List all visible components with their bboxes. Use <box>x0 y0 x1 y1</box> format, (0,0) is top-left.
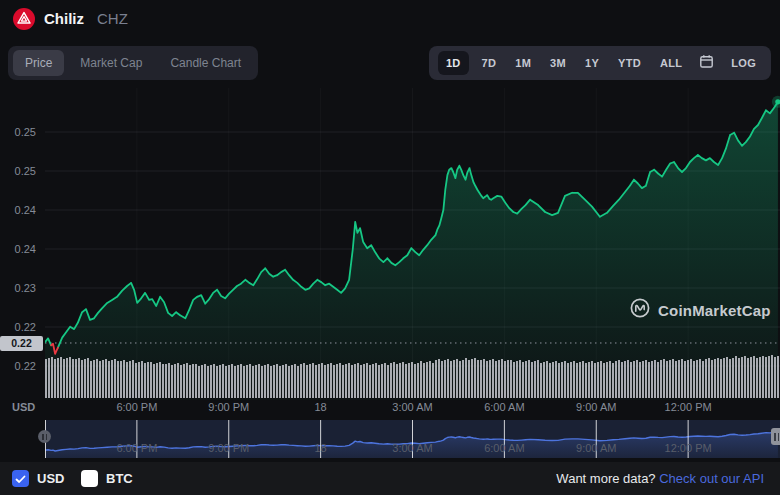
view-tab-candle-chart[interactable]: Candle Chart <box>158 50 253 76</box>
check-icon <box>15 470 26 488</box>
y-axis-label: 0.25 <box>0 125 36 139</box>
navigator-axis-label: 3:00 AM <box>392 442 432 454</box>
range-button-1d[interactable]: 1D <box>438 51 469 75</box>
x-axis-label: 18 <box>315 401 327 413</box>
calendar-icon <box>699 54 714 73</box>
coinmarketcap-watermark: CoinMarketCap <box>629 297 771 323</box>
y-axis-label: 0.22 <box>0 320 36 334</box>
navigator-axis-label: 9:00 AM <box>576 442 616 454</box>
coin-name: Chiliz <box>44 10 84 27</box>
range-button-all[interactable]: ALL <box>654 51 688 75</box>
coin-symbol: CHZ <box>97 10 128 27</box>
range-button-1m[interactable]: 1M <box>509 51 537 75</box>
footer-bar: USD BTC Want more data? Check out our AP… <box>0 462 780 495</box>
range-button-1y[interactable]: 1Y <box>579 51 605 75</box>
x-axis-label: 12:00 PM <box>665 401 712 413</box>
usd-checkbox[interactable] <box>12 470 29 487</box>
cmc-price-chart-widget: Chiliz CHZ PriceMarket CapCandle Chart 1… <box>0 0 780 495</box>
price-chart[interactable] <box>45 88 780 400</box>
axis-currency-label: USD <box>12 401 35 413</box>
api-promo: Want more data? Check out our API <box>556 471 764 486</box>
navigator-left-handle[interactable] <box>38 430 51 443</box>
promo-text: Want more data? <box>556 471 655 486</box>
y-axis-label: 0.25 <box>0 164 36 178</box>
log-scale-button[interactable]: LOG <box>725 51 762 75</box>
range-button-ytd[interactable]: YTD <box>612 51 647 75</box>
range-button-7d[interactable]: 7D <box>476 51 503 75</box>
open-price-tag: 0.22 <box>0 336 43 351</box>
y-axis-label: 0.24 <box>0 203 36 217</box>
view-tab-market-cap[interactable]: Market Cap <box>68 50 154 76</box>
coinmarketcap-logo-icon <box>629 297 651 323</box>
x-axis-label: 3:00 AM <box>392 401 432 413</box>
x-axis-label: 6:00 PM <box>116 401 157 413</box>
range-button-3m[interactable]: 3M <box>544 51 572 75</box>
y-axis-label: 0.22 <box>0 359 36 373</box>
navigator-axis-label: 12:00 PM <box>665 442 712 454</box>
header: Chiliz CHZ <box>0 0 780 38</box>
view-tab-price[interactable]: Price <box>13 50 64 76</box>
y-axis-label: 0.23 <box>0 281 36 295</box>
btc-checkbox-label[interactable]: BTC <box>106 471 133 486</box>
navigator-axis-label: 6:00 PM <box>116 442 157 454</box>
navigator-axis-label: 18 <box>315 442 327 454</box>
watermark-text: CoinMarketCap <box>658 302 771 319</box>
x-axis-label: 9:00 PM <box>208 401 249 413</box>
calendar-button[interactable] <box>695 52 718 75</box>
x-axis-label: 9:00 AM <box>576 401 616 413</box>
navigator-right-handle[interactable] <box>771 428 780 445</box>
api-link[interactable]: Check out our API <box>659 471 764 486</box>
chart-navigator[interactable]: 6:00 PM9:00 PM183:00 AM6:00 AM9:00 AM12:… <box>45 420 780 458</box>
x-axis-label: 6:00 AM <box>484 401 524 413</box>
chart-view-tabs: PriceMarket CapCandle Chart <box>8 46 258 80</box>
btc-checkbox[interactable] <box>81 470 98 487</box>
navigator-axis-label: 6:00 AM <box>484 442 524 454</box>
time-range-group: 1D7D1M3M1YYTDALL LOG <box>429 46 771 80</box>
y-axis-label: 0.24 <box>0 242 36 256</box>
usd-checkbox-label[interactable]: USD <box>37 471 64 486</box>
chiliz-logo-icon <box>13 8 35 30</box>
navigator-axis-label: 9:00 PM <box>208 442 249 454</box>
